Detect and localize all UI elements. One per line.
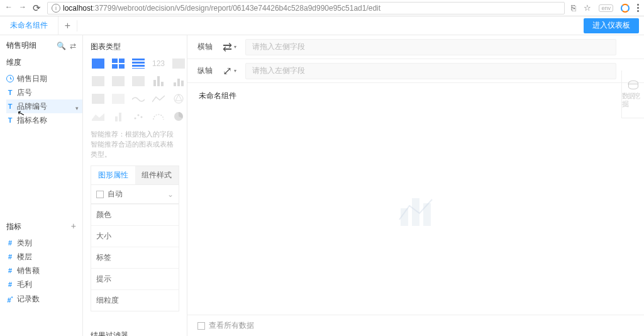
prop-size[interactable]: 大小 — [91, 225, 179, 247]
chart-type-kpi[interactable]: 123 — [151, 57, 166, 70]
measure-item[interactable]: #楼层 — [6, 250, 82, 264]
chart-type-combo — [111, 110, 126, 123]
chart-type-line — [151, 92, 166, 105]
chevron-down-icon: ⌄ — [167, 190, 174, 199]
chart-type-scatter — [131, 110, 146, 123]
chart-type-crosstab[interactable] — [111, 57, 126, 70]
chart-type-table[interactable] — [91, 57, 106, 70]
app-top-bar: 未命名组件 + 进入仪表板 — [0, 16, 644, 35]
number-type-icon: # — [6, 251, 14, 262]
chart-type-disabled — [131, 75, 146, 87]
text-type-icon: T — [6, 87, 14, 98]
x-axis-icon[interactable]: ⇄▾ — [219, 40, 240, 54]
auto-row[interactable]: 自动 ⌄ — [91, 185, 179, 204]
bottom-strip: 查看所有数据 — [187, 315, 644, 336]
chart-type-grid: 123 — [91, 57, 179, 123]
shape-props: 颜色 大小 标签 提示 细粒度 — [91, 204, 179, 311]
view-all-label: 查看所有数据 — [209, 320, 254, 331]
placeholder-chart-icon — [401, 198, 431, 226]
prop-label[interactable]: 标签 — [91, 247, 179, 268]
prop-color[interactable]: 颜色 — [91, 204, 179, 225]
workspace: 销售明细 🔍 ⇄ 维度 销售日期 T店号 T品牌编号▾↖ T指标名称 指标 + … — [0, 35, 644, 336]
y-axis-icon[interactable]: ⤢▾ — [219, 64, 240, 78]
data-mining-button[interactable]: 数据挖掘 — [621, 70, 644, 118]
clock-icon — [6, 75, 14, 82]
measure-item[interactable]: #*记录数 — [6, 291, 82, 307]
dim-item-store[interactable]: T店号 — [6, 86, 82, 99]
forward-icon[interactable]: → — [19, 3, 26, 14]
chart-type-label: 图表类型 — [91, 42, 179, 52]
fields-panel: 销售明细 🔍 ⇄ 维度 销售日期 T店号 T品牌编号▾↖ T指标名称 指标 + … — [0, 35, 83, 336]
url-path: :37799/webroot/decision/v5/design/report… — [92, 4, 380, 13]
number-type-icon: # — [6, 265, 14, 276]
svg-point-0 — [174, 94, 183, 103]
tab-shape-attr[interactable]: 图形属性 — [91, 166, 135, 184]
browser-bar: ← → ⟳ i localhost:37799/webroot/decision… — [0, 0, 644, 16]
add-tab-button[interactable]: + — [58, 20, 77, 31]
extension-swirl-icon[interactable] — [621, 4, 630, 13]
chart-type-pie — [171, 110, 186, 123]
text-type-icon: T — [6, 101, 14, 112]
svg-point-2 — [138, 115, 140, 116]
chart-type-list[interactable] — [131, 57, 146, 70]
chart-config-panel: 图表类型 123 智能推荐：根据拖入的字段智能推荐合适的图表或表格类型。 — [83, 35, 187, 336]
translate-icon[interactable]: ⎘ — [571, 3, 576, 13]
x-axis-row: 横轴 ⇄▾ 请拖入左侧字段 — [187, 35, 644, 59]
dataset-title: 销售明细 — [6, 40, 36, 51]
info-icon[interactable]: i — [52, 4, 60, 13]
chart-type-disabled — [91, 75, 106, 87]
chart-type-disabled — [111, 92, 126, 105]
address-bar[interactable]: i localhost:37799/webroot/decision/v5/de… — [47, 2, 565, 14]
database-icon — [628, 81, 638, 89]
number-type-icon: # — [6, 279, 14, 290]
measure-item[interactable]: #类别 — [6, 236, 82, 250]
canvas-body[interactable] — [187, 109, 644, 315]
dimensions-list: 销售日期 T店号 T品牌编号▾↖ T指标名称 — [6, 72, 82, 127]
link-icon[interactable]: ⇄ — [70, 42, 76, 50]
search-icon[interactable]: 🔍 — [57, 42, 66, 50]
chart-type-wave — [131, 92, 146, 105]
y-axis-row: 纵轴 ⤢▾ 请拖入左侧字段 — [187, 59, 644, 83]
checkbox-icon[interactable] — [197, 322, 205, 330]
add-measure-button[interactable]: + — [71, 221, 76, 231]
dim-item-brand[interactable]: T品牌编号▾↖ — [6, 99, 82, 113]
chart-type-radar — [171, 92, 186, 105]
chart-type-disabled — [111, 75, 126, 87]
result-filter-label: 结果过滤器 — [91, 330, 179, 336]
url-host: localhost — [63, 4, 92, 13]
checkbox-icon[interactable] — [96, 191, 104, 198]
measure-item[interactable]: #销售额 — [6, 264, 82, 277]
dim-item-name[interactable]: T指标名称 — [6, 113, 82, 127]
chart-type-bar — [151, 75, 166, 87]
auto-label: 自动 — [108, 189, 123, 199]
number-type-icon: #* — [6, 293, 14, 306]
menu-icon[interactable] — [637, 4, 639, 12]
chart-type-disabled — [91, 92, 106, 105]
component-tab[interactable]: 未命名组件 — [0, 16, 58, 35]
chart-type-area — [91, 110, 106, 123]
x-axis-label: 横轴 — [187, 42, 219, 52]
prop-tooltip[interactable]: 提示 — [91, 268, 179, 289]
measures-header: 指标 — [6, 221, 21, 232]
svg-point-3 — [141, 116, 143, 118]
chart-hint-text: 智能推荐：根据拖入的字段智能推荐合适的图表或表格类型。 — [91, 129, 179, 159]
bookmark-icon[interactable]: ☆ — [584, 3, 591, 13]
canvas-title: 未命名组件 — [187, 83, 644, 109]
canvas-panel: 横轴 ⇄▾ 请拖入左侧字段 纵轴 ⤢▾ 请拖入左侧字段 数据挖掘 未命名组件 — [187, 35, 644, 336]
y-axis-label: 纵轴 — [187, 65, 219, 76]
y-axis-dropzone[interactable]: 请拖入左侧字段 — [245, 63, 616, 79]
x-axis-dropzone[interactable]: 请拖入左侧字段 — [245, 39, 616, 55]
attribute-tabs: 图形属性 组件样式 — [91, 165, 179, 185]
tab-component-style[interactable]: 组件样式 — [135, 166, 179, 184]
chevron-down-icon: ▾ — [75, 103, 79, 114]
extension-badge[interactable]: env — [599, 4, 613, 12]
measures-list: #类别 #楼层 #销售额 #毛利 #*记录数 — [6, 236, 82, 307]
back-icon[interactable]: ← — [5, 3, 13, 14]
dim-item-date[interactable]: 销售日期 — [6, 72, 82, 86]
enter-dashboard-button[interactable]: 进入仪表板 — [584, 18, 639, 33]
reload-icon[interactable]: ⟳ — [33, 3, 41, 14]
svg-point-1 — [135, 118, 136, 120]
measure-item[interactable]: #毛利 — [6, 277, 82, 291]
prop-granularity[interactable]: 细粒度 — [91, 289, 179, 311]
chart-type-disabled — [171, 57, 186, 70]
